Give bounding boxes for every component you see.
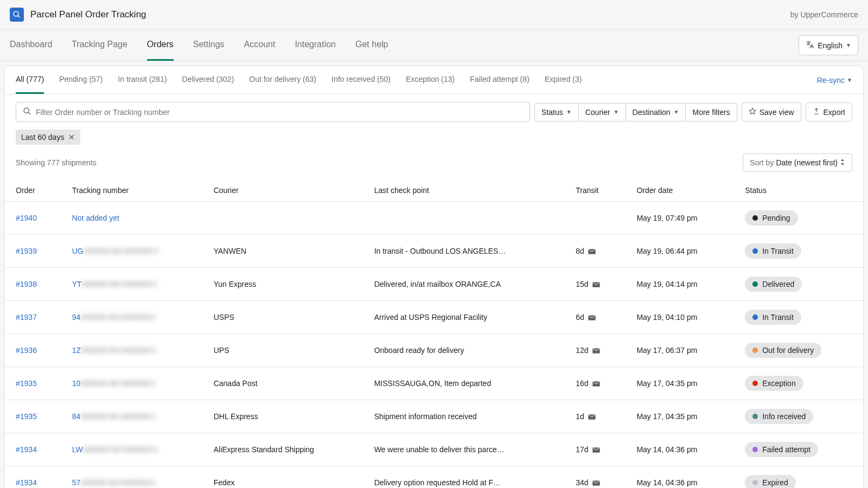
order-link[interactable]: #1934: [16, 445, 37, 454]
export-button[interactable]: Export: [806, 102, 852, 121]
transit-cell: 16d: [565, 367, 626, 400]
tracking-link[interactable]: LW0000000 000 00000000 0: [72, 445, 158, 454]
search-input-wrapper[interactable]: [16, 102, 530, 122]
tracking-cell: 940000000 000 00000000 0: [61, 301, 203, 334]
status-tab[interactable]: All (777): [16, 66, 44, 94]
nav-tab-settings[interactable]: Settings: [193, 30, 225, 61]
checkpoint-cell: [363, 202, 565, 235]
results-meta: Showing 777 shipments Sort by Date (newe…: [5, 151, 863, 179]
transit-days: 34d: [576, 478, 588, 487]
order-link[interactable]: #1937: [16, 313, 37, 322]
order-cell: #1934: [5, 433, 61, 466]
tracking-cell: 570000000 000 00000000 0: [61, 466, 203, 489]
status-text: Expired: [762, 478, 788, 487]
order-link[interactable]: #1935: [16, 412, 37, 421]
transit-cell: 34d: [565, 466, 626, 489]
column-header: Order: [5, 179, 61, 202]
sort-selector[interactable]: Sort by Date (newest first): [743, 153, 852, 172]
more-filters-button[interactable]: More filters: [686, 103, 737, 121]
order-link[interactable]: #1939: [16, 247, 37, 255]
date-cell: May 14, 04:36 pm: [626, 466, 734, 489]
status-text: Out for delivery: [762, 346, 814, 355]
status-cell: Exception: [734, 367, 863, 400]
checkpoint-cell: MISSISSAUGA,ON, Item departed: [363, 367, 565, 400]
transit-days: 15d: [576, 280, 588, 288]
tracking-cell: 840000000 000 00000000 0: [61, 400, 203, 433]
nav-tab-orders[interactable]: Orders: [147, 30, 174, 61]
tracking-link[interactable]: 570000000 000 00000000 0: [72, 478, 155, 487]
tracking-link[interactable]: 840000000 000 00000000 0: [72, 412, 155, 421]
nav-tab-tracking-page[interactable]: Tracking Page: [72, 30, 127, 61]
order-cell: #1937: [5, 301, 61, 334]
nav-tab-get-help[interactable]: Get help: [355, 30, 388, 61]
filter-chip-date[interactable]: Last 60 days ✕: [16, 130, 80, 145]
nav-tab-account[interactable]: Account: [244, 30, 276, 61]
save-view-button[interactable]: Save view: [742, 102, 801, 121]
status-cell: In Transit: [734, 301, 863, 334]
status-tabs: All (777)Pending (57)In transit (281)Del…: [5, 66, 863, 94]
date-cell: May 17, 04:35 pm: [626, 400, 734, 433]
status-tab[interactable]: In transit (281): [118, 66, 167, 94]
chip-remove-icon[interactable]: ✕: [68, 133, 75, 142]
status-tab[interactable]: Out for delivery (63): [249, 66, 316, 94]
status-tabs-list: All (777)Pending (57)In transit (281)Del…: [16, 66, 582, 94]
status-tab[interactable]: Exception (13): [406, 66, 455, 94]
status-badge: Expired: [745, 475, 795, 488]
table-body: #1940Not added yetMay 19, 07:49 pmPendin…: [5, 202, 863, 489]
tracking-link[interactable]: UG0000000 000 00000000 0: [72, 247, 158, 255]
status-text: In Transit: [762, 313, 794, 322]
status-tab[interactable]: Info received (50): [331, 66, 391, 94]
order-cell: #1940: [5, 202, 61, 235]
search-input[interactable]: [36, 108, 523, 117]
resync-button[interactable]: Re-sync ▼: [817, 76, 852, 85]
checkpoint-cell: We were unable to deliver this parce…: [363, 433, 565, 466]
status-tab[interactable]: Failed attempt (8): [470, 66, 529, 94]
table-row: #1938YT0000000 000 00000000 0Yun Express…: [5, 268, 863, 301]
tracking-cell: Not added yet: [61, 202, 203, 235]
mail-icon: [592, 281, 601, 287]
tracking-link[interactable]: 1Z0000000 000 00000000 0: [72, 346, 156, 355]
order-link[interactable]: #1936: [16, 346, 37, 355]
status-tab[interactable]: Expired (3): [545, 66, 582, 94]
status-filter[interactable]: Status▼: [534, 103, 579, 121]
status-cell: Expired: [734, 466, 863, 489]
table-row: #19361Z0000000 000 00000000 0UPSOnboard …: [5, 334, 863, 367]
checkpoint-cell: Delivery option requested Hold at F…: [363, 466, 565, 489]
transit-days: 17d: [576, 445, 588, 454]
courier-cell: DHL Express: [203, 400, 363, 433]
order-link[interactable]: #1938: [16, 280, 37, 288]
status-text: Failed attempt: [762, 445, 810, 454]
date-cell: May 14, 04:36 pm: [626, 433, 734, 466]
destination-filter[interactable]: Destination▼: [626, 103, 686, 121]
courier-cell: UPS: [203, 334, 363, 367]
app-logo: [10, 8, 24, 22]
status-cell: Out for delivery: [734, 334, 863, 367]
status-dot-icon: [752, 248, 758, 254]
tracking-link[interactable]: 940000000 000 00000000 0: [72, 313, 155, 322]
status-dot-icon: [752, 281, 758, 287]
status-tab[interactable]: Pending (57): [59, 66, 103, 94]
courier-filter[interactable]: Courier▼: [579, 103, 626, 121]
order-link[interactable]: #1935: [16, 379, 37, 388]
table-header-row: OrderTracking numberCourierLast check po…: [5, 179, 863, 202]
language-selector[interactable]: English ▼: [799, 35, 858, 55]
tracking-link[interactable]: 100000000 000 00000000 0: [72, 379, 155, 388]
nav-tab-integration[interactable]: Integration: [295, 30, 336, 61]
mail-icon: [588, 413, 596, 420]
sort-icon: [840, 158, 845, 167]
status-dot-icon: [752, 480, 758, 485]
status-dot-icon: [752, 447, 758, 452]
status-text: Pending: [762, 214, 790, 222]
tracking-link[interactable]: YT0000000 000 00000000 0: [72, 280, 157, 288]
order-cell: #1935: [5, 367, 61, 400]
transit-cell: 15d: [565, 268, 626, 301]
transit-cell: 6d: [565, 301, 626, 334]
order-link[interactable]: #1940: [16, 214, 37, 222]
order-link[interactable]: #1934: [16, 478, 37, 487]
tracking-link[interactable]: Not added yet: [72, 214, 119, 222]
upload-icon: [813, 107, 820, 117]
column-header: Tracking number: [61, 179, 203, 202]
table-row: #1935840000000 000 00000000 0DHL Express…: [5, 400, 863, 433]
nav-tab-dashboard[interactable]: Dashboard: [10, 30, 52, 61]
status-tab[interactable]: Delivered (302): [182, 66, 234, 94]
